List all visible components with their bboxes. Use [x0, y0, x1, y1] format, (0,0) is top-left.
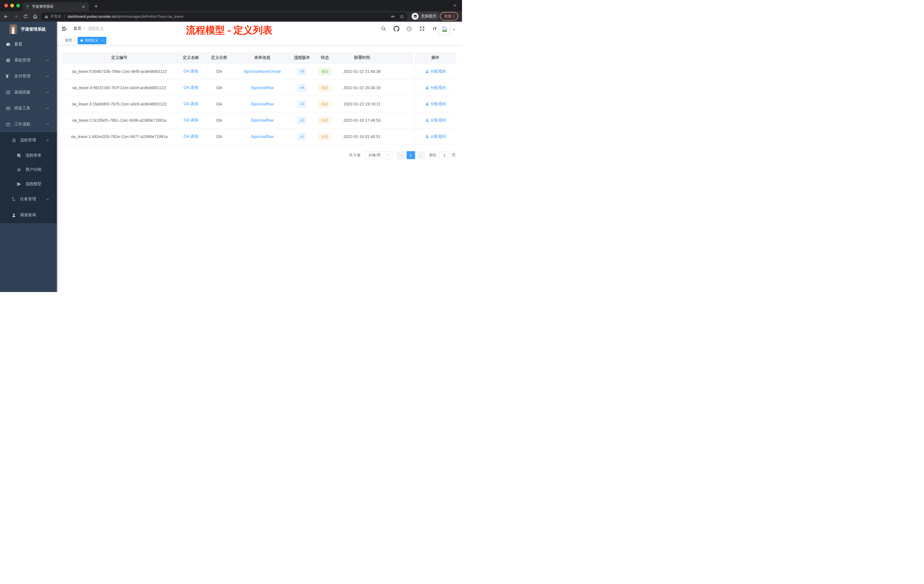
active-dot-icon [81, 40, 83, 42]
page-unit-label: 页 [452, 153, 456, 158]
assign-rule-link[interactable]: 分配规则 [425, 101, 446, 107]
goto-page-input[interactable] [439, 151, 450, 159]
definition-name-link[interactable]: OA 请假 [183, 101, 198, 107]
browser-update-menu-button[interactable]: 更新 [440, 12, 458, 21]
update-label: 更新 [444, 14, 452, 19]
person-icon [12, 213, 16, 218]
avatar-dropdown-caret-icon[interactable] [452, 28, 456, 31]
key-icon[interactable] [390, 14, 396, 19]
form-link[interactable]: /bpm/oa/flow [251, 102, 274, 106]
star-bookmark-icon[interactable] [399, 14, 404, 19]
app-window: 芋道管理系统 首页 系统管理 ¥ 支付管理 [0, 22, 462, 292]
sidebar-item-infrastructure[interactable]: 基础设施 [0, 84, 57, 100]
sidebar-item-payment[interactable]: ¥ 支付管理 [0, 68, 57, 84]
sidebar-item-system[interactable]: 系统管理 [0, 52, 57, 68]
form-link[interactable]: /bpm/oa/leave/create [244, 69, 281, 74]
tab-search-chevron-icon[interactable] [453, 3, 457, 7]
definition-name-link[interactable]: OA 请假 [183, 85, 198, 90]
assign-rule-link[interactable]: 分配规则 [425, 134, 446, 139]
yen-icon: ¥ [6, 74, 11, 79]
flow-branch-icon [12, 197, 16, 202]
definition-id: oa_leave:4:991f2193-7b7f-11ec-a3c8-acde4… [62, 80, 176, 96]
assign-rule-link[interactable]: 分配规则 [425, 118, 446, 123]
hamburger-collapse-icon[interactable] [61, 26, 67, 32]
definition-id: oa_leave:5:004b710b-7b8a-11ec-8ef0-acde4… [62, 63, 176, 79]
person-icon [425, 69, 429, 73]
not-secure-label: 不安全 [50, 14, 61, 19]
definition-name-link[interactable]: OA 请假 [183, 118, 198, 123]
deploy-time: 2022-01-22 20:34:10 [337, 80, 386, 96]
definition-category: OA [205, 80, 233, 96]
current-page-button[interactable]: 1 [407, 151, 415, 159]
font-size-icon[interactable]: tT [431, 25, 439, 33]
version-tag: v4 [297, 84, 307, 91]
status-badge: 挂起 [318, 133, 331, 140]
minimize-window-button[interactable] [10, 4, 14, 7]
github-icon[interactable] [392, 25, 401, 33]
tab-close-icon[interactable]: ✕ [81, 4, 86, 10]
version-tag: v5 [297, 68, 307, 75]
deploy-time: 2022-01-16 01:40:51 [337, 129, 386, 145]
breadcrumb-home[interactable]: 首页 [73, 26, 81, 31]
sidebar-item-process-model[interactable]: 流程模型 [0, 177, 57, 191]
new-tab-button[interactable]: + [92, 3, 100, 11]
app-title: 芋道管理系统 [21, 26, 46, 32]
version-tag: v1 [297, 133, 307, 140]
avatar-broken-image-icon[interactable] [439, 23, 450, 35]
maximize-window-button[interactable] [16, 4, 20, 7]
window-controls[interactable] [4, 4, 20, 7]
tag-process-definition[interactable]: 流程定义 × [78, 37, 106, 44]
sidebar-item-process-management[interactable]: 流程管理 [0, 132, 57, 148]
sidebar-item-home[interactable]: 首页 [0, 36, 57, 52]
sidebar-item-task-management[interactable]: 任务管理 [0, 191, 57, 207]
chevron-up-icon [46, 122, 50, 126]
sidebar-item-user-group[interactable]: 用户分组 [0, 163, 57, 177]
definition-category: OA [205, 112, 233, 128]
sidebar-item-dev-tools[interactable]: 研发工具 [0, 100, 57, 116]
pagination: 共 5 条 10条/页 ‹ 1 › 前往 页 [57, 151, 456, 159]
sidebar-item-process-form[interactable]: 流程表单 [0, 148, 57, 163]
definition-category: OA [205, 63, 233, 79]
person-icon [425, 102, 429, 106]
person-icon [425, 86, 429, 90]
sidebar-logo[interactable]: 芋道管理系统 [0, 22, 57, 36]
definition-name-link[interactable]: OA 请假 [183, 69, 198, 74]
definition-id: oa_leave:3:1fad3d93-7b75-11ec-a3c8-acde4… [62, 96, 176, 112]
table-row: oa_leave:5:004b710b-7b8a-11ec-8ef0-acde4… [62, 63, 456, 80]
url-path: /bpm/manager/definition?key=oa_leave [116, 14, 183, 18]
sidebar-item-leave-query[interactable]: 请假查询 [0, 207, 57, 223]
next-page-button[interactable]: › [417, 151, 425, 159]
back-icon[interactable] [2, 13, 10, 20]
form-link[interactable]: /bpm/oa/flow [251, 86, 274, 90]
tag-close-icon[interactable]: × [100, 39, 104, 43]
close-window-button[interactable] [4, 4, 8, 7]
forward-icon[interactable] [12, 13, 20, 20]
pagination-total: 共 5 条 [349, 153, 361, 158]
url-bar[interactable]: 不安全 dashboard.yudao.iocoder.cn/bpm/manag… [41, 12, 408, 21]
definition-id: oa_leave:1:482ec033-762a-11ec-8477-a2380… [62, 129, 176, 145]
briefcase-icon [6, 122, 11, 127]
sidebar-item-workflow[interactable]: 工作流程 [0, 116, 57, 132]
browser-toolbar: 不安全 dashboard.yudao.iocoder.cn/bpm/manag… [0, 11, 462, 22]
assign-rule-link[interactable]: 分配规则 [425, 85, 446, 90]
reload-icon[interactable] [22, 13, 29, 20]
tag-home[interactable]: 首页 [62, 37, 75, 44]
home-icon[interactable] [31, 13, 39, 20]
deploy-time: 2022-01-16 17:46:53 [337, 112, 386, 128]
prev-page-button[interactable]: ‹ [396, 151, 405, 159]
url-domain: dashboard.yudao.iocoder.cn [68, 14, 116, 18]
form-link[interactable]: /bpm/oa/flow [251, 118, 274, 122]
status-badge: 激活 [318, 68, 331, 75]
page-size-select[interactable]: 10条/页 [365, 151, 392, 159]
form-link[interactable]: /bpm/oa/flow [251, 134, 274, 139]
search-icon[interactable] [379, 25, 388, 33]
paper-plane-icon [16, 182, 21, 186]
list-tree-icon [12, 138, 16, 143]
browser-tab[interactable]: 芋道管理系统 ✕ [23, 2, 89, 11]
fullscreen-icon[interactable] [418, 25, 426, 33]
col-header-form: 表单信息 [233, 52, 292, 63]
incognito-badge: 无痕模式 [411, 12, 440, 21]
definition-name-link[interactable]: OA 请假 [183, 134, 198, 139]
assign-rule-link[interactable]: 分配规则 [425, 69, 446, 74]
question-help-icon[interactable]: ? [405, 25, 413, 33]
